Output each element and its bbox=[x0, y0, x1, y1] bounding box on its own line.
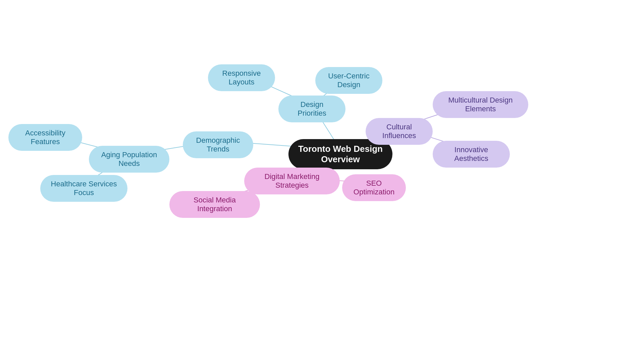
social-media-node[interactable]: Social Media Integration bbox=[169, 191, 260, 218]
innovative-aesthetics-node[interactable]: Innovative Aesthetics bbox=[433, 141, 510, 168]
responsive-layouts-node[interactable]: Responsive Layouts bbox=[208, 64, 275, 91]
seo-optimization-node[interactable]: SEO Optimization bbox=[342, 174, 406, 201]
design-priorities-node[interactable]: Design Priorities bbox=[278, 96, 345, 122]
healthcare-services-node[interactable]: Healthcare Services Focus bbox=[40, 175, 127, 202]
digital-marketing-node[interactable]: Digital Marketing Strategies bbox=[244, 168, 340, 194]
aging-population-node[interactable]: Aging Population Needs bbox=[89, 146, 169, 173]
accessibility-features-node[interactable]: Accessibility Features bbox=[8, 124, 82, 151]
demographic-trends-node[interactable]: Demographic Trends bbox=[183, 131, 253, 158]
multicultural-design-node[interactable]: Multicultural Design Elements bbox=[433, 91, 528, 118]
cultural-influences-node[interactable]: Cultural Influences bbox=[366, 118, 433, 145]
user-centric-design-node[interactable]: User-Centric Design bbox=[315, 67, 382, 94]
